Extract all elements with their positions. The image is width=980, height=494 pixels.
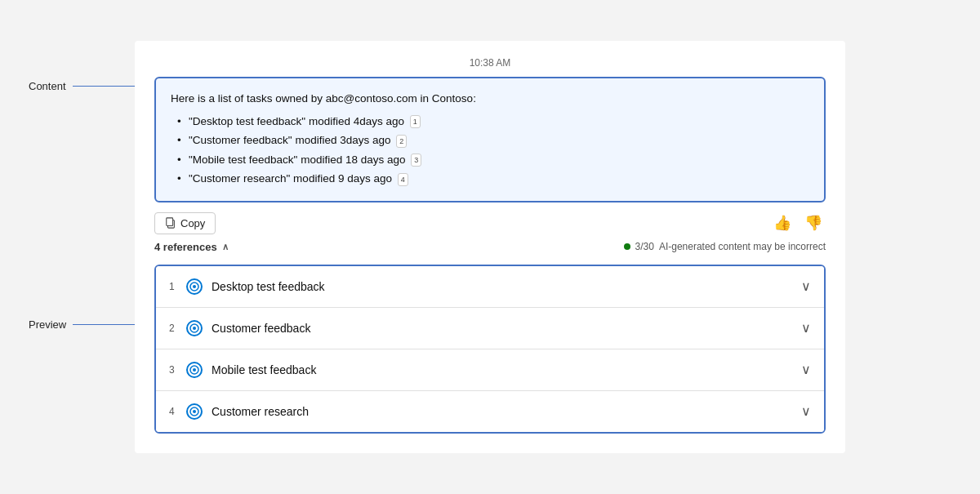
- loop-icon-3: [185, 361, 203, 379]
- task-item-2: "Customer feedback" modified 3days ago 2: [177, 131, 809, 149]
- references-bar: 4 references ∧ 3/30 AI-generated content…: [154, 241, 826, 253]
- ref-badge-2: 2: [396, 135, 407, 148]
- ai-status: 3/30 AI-generated content may be incorre…: [624, 241, 826, 252]
- chevron-up-icon: ∧: [222, 242, 229, 252]
- task-item-1: "Desktop test feedback" modified 4days a…: [177, 113, 809, 131]
- copy-icon: [165, 217, 176, 229]
- svg-point-4: [193, 285, 196, 288]
- ref-item-1[interactable]: 1 Desktop test feedback ∨: [156, 266, 824, 308]
- ref-title-3: Mobile test feedback: [212, 363, 795, 376]
- copy-button[interactable]: Copy: [154, 212, 216, 234]
- loop-icon-1: [185, 278, 203, 296]
- feedback-icons: 👍 👎: [770, 212, 826, 234]
- ref-badge-3: 3: [411, 154, 421, 167]
- ref-title-4: Customer research: [212, 405, 795, 418]
- preview-label: Preview: [29, 318, 146, 331]
- message-intro: Here is a list of tasks owned by abc@con…: [171, 90, 809, 108]
- chevron-down-icon-4: ∨: [801, 403, 811, 419]
- task-item-3: "Mobile test feedback" modified 18 days …: [177, 151, 809, 169]
- content-label: Content: [29, 80, 146, 92]
- references-container: 1 Desktop test feedback ∨ 2: [154, 265, 826, 434]
- task-list: "Desktop test feedback" modified 4days a…: [171, 113, 809, 188]
- thumbs-up-button[interactable]: 👍: [770, 212, 795, 234]
- message-bubble: Here is a list of tasks owned by abc@con…: [154, 77, 826, 202]
- timestamp: 10:38 AM: [154, 57, 826, 69]
- loop-icon-2: [185, 319, 203, 337]
- ref-item-2[interactable]: 2 Customer feedback ∨: [156, 308, 824, 349]
- chevron-down-icon-3: ∨: [801, 362, 811, 377]
- action-bar: Copy 👍 👎: [154, 212, 826, 234]
- ref-badge-1: 1: [410, 115, 421, 128]
- references-label[interactable]: 4 references ∧: [154, 241, 229, 253]
- svg-rect-1: [167, 218, 173, 226]
- ref-number-3: 3: [169, 364, 185, 376]
- ai-count: 3/30: [635, 241, 654, 252]
- svg-point-13: [193, 410, 196, 413]
- chevron-down-icon-2: ∨: [801, 320, 811, 336]
- ref-number-4: 4: [169, 406, 185, 417]
- ref-number-2: 2: [169, 323, 185, 334]
- ref-badge-4: 4: [398, 173, 408, 186]
- ref-item-3[interactable]: 3 Mobile test feedback ∨: [156, 349, 824, 391]
- main-panel: 10:38 AM Here is a list of tasks owned b…: [135, 41, 845, 453]
- ref-title-1: Desktop test feedback: [212, 280, 795, 293]
- ai-label: AI-generated content may be incorrect: [659, 241, 826, 252]
- svg-point-10: [193, 368, 196, 372]
- ref-number-1: 1: [169, 281, 185, 292]
- task-item-4: "Customer research" modified 9 days ago …: [177, 170, 809, 188]
- loop-icon-4: [185, 403, 203, 421]
- ref-title-2: Customer feedback: [212, 322, 795, 335]
- thumbs-down-button[interactable]: 👎: [801, 212, 826, 234]
- svg-point-7: [193, 327, 196, 330]
- chevron-down-icon-1: ∨: [801, 278, 811, 294]
- ref-item-4[interactable]: 4 Customer research ∨: [156, 391, 824, 432]
- outer-container: Content Preview 10:38 AM Here is a list …: [0, 0, 980, 494]
- green-dot-icon: [624, 243, 630, 250]
